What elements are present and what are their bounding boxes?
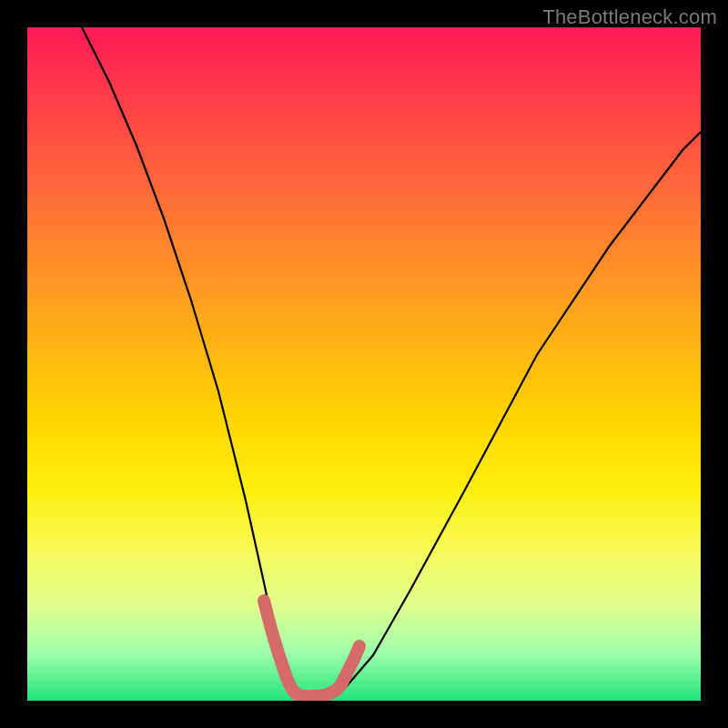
chart-frame: TheBottleneck.com: [0, 0, 728, 728]
curve-svg: [27, 27, 701, 701]
highlight-marks: [264, 601, 359, 696]
bottleneck-curve: [82, 27, 701, 696]
plot-area: [27, 27, 701, 701]
watermark-text: TheBottleneck.com: [542, 5, 717, 29]
